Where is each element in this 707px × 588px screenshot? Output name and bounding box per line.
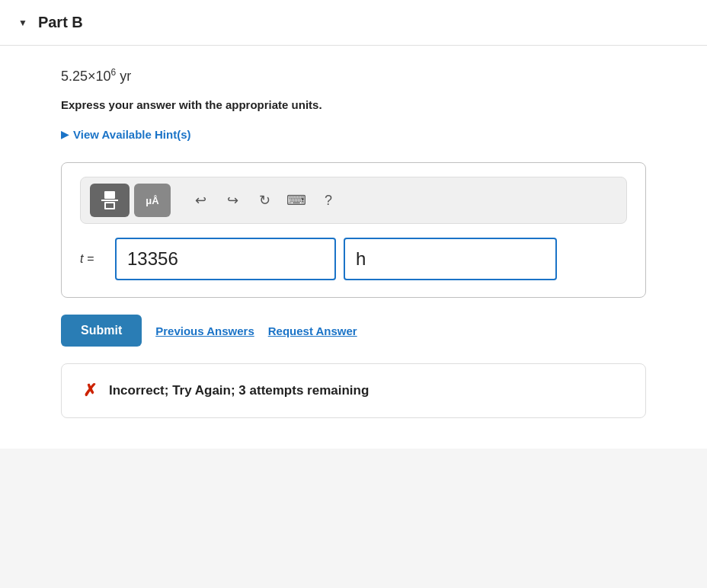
content-area: 5.25×106 yr Express your answer with the… [0,46,707,449]
answer-row: t = [80,238,627,280]
actions-row: Submit Previous Answers Request Answer [61,315,646,347]
help-icon: ? [325,193,332,209]
undo-button[interactable]: ↩ [187,187,214,214]
help-button[interactable]: ? [315,187,342,214]
hint-label: View Available Hint(s) [73,128,191,141]
collapse-icon[interactable]: ▼ [18,18,27,28]
value-input[interactable] [115,238,336,280]
redo-icon: ↪ [227,192,238,209]
keyboard-icon: ⌨ [286,192,306,209]
toolbar-separator [178,189,179,212]
redo-button[interactable]: ↪ [219,187,246,214]
variable-label: t = [80,252,107,266]
refresh-button[interactable]: ↻ [251,187,278,214]
submit-button[interactable]: Submit [61,315,142,347]
previous-answers-button[interactable]: Previous Answers [155,324,254,337]
unit-label: μÅ [146,195,158,206]
part-header: ▼ Part B [0,0,707,46]
error-icon: ✗ [83,381,97,401]
part-title: Part B [38,14,83,31]
unit-input[interactable] [344,238,557,280]
toolbar: μÅ ↩ ↪ ↻ ⌨ [80,177,627,224]
input-panel: μÅ ↩ ↪ ↻ ⌨ [61,162,646,298]
fraction-button[interactable] [90,184,130,217]
undo-icon: ↩ [195,192,206,209]
refresh-icon: ↻ [259,192,270,209]
error-message: Incorrect; Try Again; 3 attempts remaini… [109,383,369,398]
fraction-icon [101,191,118,209]
keyboard-button[interactable]: ⌨ [283,187,310,214]
hint-arrow-icon: ▶ [61,129,69,140]
request-answer-button[interactable]: Request Answer [268,324,357,337]
value-display: 5.25×106 yr [61,67,646,85]
hint-link[interactable]: ▶ View Available Hint(s) [61,128,646,141]
error-box: ✗ Incorrect; Try Again; 3 attempts remai… [61,363,646,418]
unit-button[interactable]: μÅ [134,184,171,217]
instruction-text: Express your answer with the appropriate… [61,98,646,111]
